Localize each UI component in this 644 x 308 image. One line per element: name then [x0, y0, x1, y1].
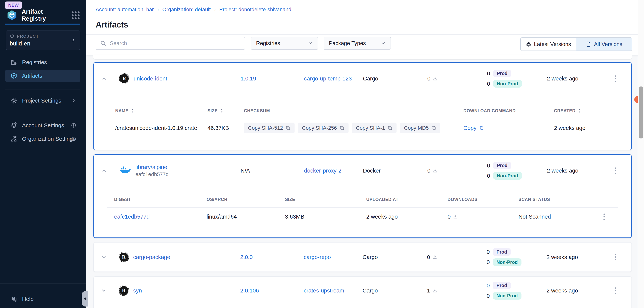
latest-versions-button[interactable]: Latest Versions	[521, 38, 576, 51]
sidebar-item-organization-settings[interactable]: Organization Settings	[5, 133, 80, 145]
artifact-registry-link[interactable]: cargo-repo	[304, 254, 331, 260]
downloads-count: 0	[427, 254, 430, 260]
artifact-name-link[interactable]: unicode-ident	[134, 75, 167, 82]
artifact-version-link[interactable]: 2.0.0	[240, 254, 253, 260]
sidebar-collapse-handle[interactable]	[82, 291, 88, 306]
downloads-count: 0	[427, 168, 430, 174]
row-menu-button[interactable]	[613, 166, 618, 176]
module-accent-bar	[5, 24, 80, 25]
artifact-version-link[interactable]: 1.0.19	[240, 75, 256, 82]
main-content: Account: automation_har › Organization: …	[86, 0, 644, 308]
file-name: /cratesunicode-ident-1.0.19.crate	[107, 125, 208, 131]
copy-icon	[479, 125, 484, 130]
updated-time: 2 weeks ago	[547, 75, 613, 82]
copy-sha1-label: Copy SHA-1	[356, 125, 385, 131]
collapse-arrow-icon	[82, 297, 86, 300]
scrollbar-track[interactable]	[638, 0, 644, 308]
layers-icon	[526, 41, 531, 47]
column-header-download-command: DOWNLOAD COMMAND	[464, 108, 516, 113]
column-header-uploaded-at: UPLOADED AT	[366, 197, 398, 202]
artifact-registry-link[interactable]: docker-proxy-2	[304, 168, 342, 174]
sidebar-item-help[interactable]: Help	[5, 293, 80, 305]
column-header-name: NAME	[115, 108, 128, 113]
sort-icon[interactable]	[131, 108, 134, 113]
breadcrumb-separator-icon: ›	[214, 6, 216, 13]
all-versions-button[interactable]: All Versions	[576, 38, 632, 51]
artifact-registry-link[interactable]: cargo-up-temp-123	[304, 75, 352, 82]
chevron-up-icon	[102, 168, 107, 174]
search-input[interactable]	[110, 40, 240, 47]
page-title: Artifacts	[96, 20, 128, 29]
artifact-registry-link[interactable]: crates-upstream	[304, 287, 344, 293]
digest-link[interactable]: eafc1edb577d	[114, 214, 150, 220]
expand-row-button[interactable]	[100, 253, 108, 261]
scrollbar-thumb[interactable]	[639, 86, 643, 138]
column-header-checksum: CHECKSUM	[244, 108, 270, 113]
row-menu-button[interactable]	[602, 212, 607, 222]
file-size: 46.37KB	[208, 125, 244, 131]
sidebar-item-project-settings[interactable]: Project Settings	[5, 95, 80, 107]
chevron-right-icon	[71, 37, 76, 43]
breadcrumb: Account: automation_har › Organization: …	[96, 6, 291, 13]
cargo-rust-icon: R	[119, 253, 128, 262]
row-menu-button[interactable]	[613, 285, 618, 296]
prod-badge: Prod	[493, 162, 511, 169]
info-icon[interactable]	[71, 136, 76, 141]
artifact-version-link[interactable]: 2.0.106	[240, 287, 259, 293]
artifact-name-link[interactable]: cargo-package	[133, 254, 170, 260]
copy-sha512-button[interactable]: Copy SHA-512	[244, 122, 294, 133]
sort-icon[interactable]	[220, 108, 224, 113]
copy-icon	[286, 125, 290, 130]
sort-icon[interactable]	[578, 108, 582, 113]
project-selector[interactable]: PROJECT build-en	[6, 31, 80, 50]
sidebar-item-label: Account Settings	[22, 122, 64, 128]
package-icon	[10, 34, 14, 39]
column-header-os-arch: OS/ARCH	[206, 197, 228, 202]
breadcrumb-organization-link[interactable]: Organization: default	[162, 7, 210, 13]
package-type: Cargo	[362, 254, 427, 260]
breadcrumb-account-link[interactable]: Account: automation_har	[96, 7, 154, 13]
app-title: Artifact Registry	[22, 8, 68, 22]
sidebar-item-label: Artifacts	[22, 73, 42, 79]
chevron-up-icon	[102, 76, 107, 81]
nonprod-badge: Non-Prod	[493, 172, 522, 180]
versions-view-toggle: Latest Versions All Versions	[520, 37, 632, 51]
updated-time: 2 weeks ago	[546, 254, 613, 260]
collapse-row-button[interactable]	[100, 75, 108, 83]
registries-filter-dropdown[interactable]: Registries	[251, 37, 318, 50]
expand-row-button[interactable]	[100, 287, 108, 294]
artifact-name-link[interactable]: library/alpine	[136, 164, 169, 170]
sidebar-item-label: Organization Settings	[22, 136, 76, 142]
prod-count: 0	[484, 282, 490, 289]
app-switcher-icon[interactable]	[72, 12, 80, 19]
row-menu-button[interactable]	[613, 74, 618, 84]
copy-sha1-button[interactable]: Copy SHA-1	[352, 122, 397, 133]
sidebar-item-artifacts[interactable]: Artifacts	[5, 70, 80, 82]
copy-label: Copy	[464, 125, 476, 131]
sidebar-divider	[5, 89, 80, 89]
row-menu-button[interactable]	[613, 252, 618, 262]
org-chart-gear-icon	[10, 135, 17, 142]
file-row: /cratesunicode-ident-1.0.19.crate 46.37K…	[107, 119, 618, 137]
project-scope-label: PROJECT	[17, 34, 39, 39]
breadcrumb-project-link[interactable]: Project: donotdelete-shivanand	[219, 7, 291, 13]
artifact-version: N/A	[240, 168, 304, 174]
sidebar-item-registries[interactable]: Registries	[5, 56, 80, 68]
artifact-name-link[interactable]: syn	[133, 287, 142, 294]
collapse-row-button[interactable]	[100, 167, 108, 175]
prod-count: 0	[484, 249, 490, 255]
package-types-filter-label: Package Types	[329, 40, 366, 46]
artifact-row: R unicode-ident 1.0.19 cargo-up-temp-123…	[94, 63, 631, 94]
sidebar-divider	[5, 114, 80, 114]
artifact-digest-short: eafc1edb577d	[136, 171, 169, 177]
copy-sha256-button[interactable]: Copy SHA-256	[298, 122, 348, 133]
copy-download-command-button[interactable]: Copy	[464, 125, 554, 131]
nonprod-badge: Non-Prod	[493, 258, 522, 266]
copy-md5-button[interactable]: Copy MD5	[400, 122, 440, 133]
info-icon[interactable]	[71, 123, 76, 128]
column-header-digest: DIGEST	[114, 197, 131, 202]
download-icon	[433, 76, 438, 81]
prod-count: 0	[485, 70, 490, 77]
package-types-filter-dropdown[interactable]: Package Types	[324, 37, 391, 50]
sidebar-item-account-settings[interactable]: Account Settings	[5, 119, 80, 131]
